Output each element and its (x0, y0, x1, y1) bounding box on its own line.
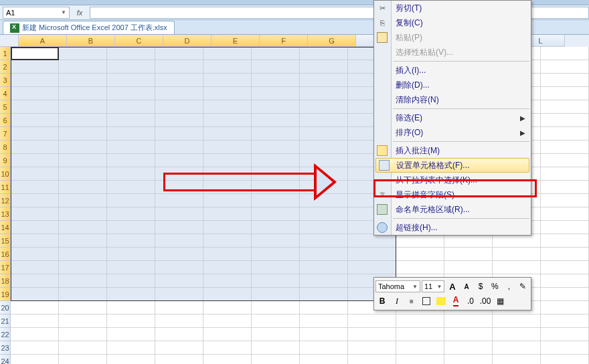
cell[interactable] (444, 341, 493, 355)
cell[interactable] (203, 114, 252, 127)
column-header[interactable]: B (67, 35, 115, 47)
cell[interactable] (300, 47, 348, 60)
column-header[interactable]: E (212, 35, 260, 47)
accounting-format-button[interactable]: $ (475, 280, 487, 293)
cell[interactable] (541, 274, 589, 288)
cell[interactable] (155, 60, 203, 74)
cell[interactable] (252, 114, 300, 127)
cell[interactable] (300, 314, 348, 328)
cell[interactable] (300, 100, 348, 114)
cell[interactable] (59, 114, 107, 127)
cell[interactable] (155, 87, 203, 100)
cell[interactable] (252, 355, 300, 364)
row-header[interactable]: 3 (0, 74, 11, 87)
cell[interactable] (493, 355, 541, 364)
row-header[interactable]: 18 (0, 274, 11, 288)
menu-show-pinyin[interactable]: 显示拼音字段(S) (374, 187, 531, 202)
cell[interactable] (203, 167, 252, 181)
cell[interactable] (155, 167, 203, 181)
cell[interactable] (348, 328, 396, 341)
menu-delete[interactable]: 删除(D)... (374, 78, 531, 92)
cell[interactable] (541, 87, 589, 100)
cell[interactable] (11, 194, 59, 207)
cell[interactable] (203, 100, 252, 114)
shrink-font-button[interactable]: A (460, 280, 473, 293)
cell[interactable] (59, 74, 107, 87)
cell[interactable] (11, 167, 59, 181)
cell[interactable] (11, 100, 59, 114)
cell[interactable] (59, 301, 107, 314)
cell[interactable] (203, 74, 252, 87)
menu-filter[interactable]: 筛选(E)▶ (374, 110, 531, 125)
cell[interactable] (348, 261, 396, 274)
menu-sort[interactable]: 排序(O)▶ (374, 125, 531, 140)
font-color-button[interactable]: A (449, 294, 462, 308)
cell[interactable] (107, 355, 155, 364)
cell[interactable] (252, 154, 300, 167)
cell[interactable] (493, 341, 541, 355)
cell[interactable] (11, 328, 59, 341)
cell[interactable] (59, 274, 107, 288)
cell[interactable] (155, 114, 203, 127)
cell[interactable] (541, 301, 589, 314)
cell[interactable] (155, 288, 203, 301)
cell[interactable] (11, 181, 59, 194)
cell[interactable] (107, 141, 155, 154)
cell[interactable] (541, 167, 589, 181)
cell[interactable] (59, 207, 107, 221)
cell[interactable] (155, 301, 203, 314)
cell[interactable] (107, 154, 155, 167)
cell[interactable] (155, 248, 203, 261)
cell[interactable] (107, 181, 155, 194)
cell[interactable] (155, 274, 203, 288)
cell[interactable] (107, 60, 155, 74)
row-header[interactable]: 8 (0, 141, 11, 154)
cell[interactable] (155, 194, 203, 207)
cell[interactable] (493, 234, 541, 248)
cell[interactable] (107, 234, 155, 248)
cell[interactable] (300, 288, 348, 301)
cell[interactable] (203, 234, 252, 248)
cell[interactable] (348, 234, 396, 248)
cell[interactable] (396, 261, 444, 274)
menu-hyperlink[interactable]: 超链接(H)... (374, 220, 531, 235)
workbook-tab[interactable]: 新建 Microsoft Office Excel 2007 工作表.xlsx (3, 21, 175, 34)
cell[interactable] (396, 341, 444, 355)
border-button[interactable] (420, 294, 433, 308)
cell[interactable] (541, 355, 589, 364)
cell[interactable] (107, 194, 155, 207)
menu-insert-comment[interactable]: 插入批注(M) (374, 143, 531, 158)
cell[interactable] (59, 314, 107, 328)
row-header[interactable]: 22 (0, 328, 11, 341)
cell[interactable] (252, 87, 300, 100)
cell[interactable] (300, 154, 348, 167)
cell[interactable] (155, 314, 203, 328)
cell[interactable] (300, 181, 348, 194)
cell[interactable] (107, 167, 155, 181)
cell[interactable] (59, 234, 107, 248)
cell[interactable] (11, 261, 59, 274)
cell[interactable] (252, 221, 300, 234)
menu-format-cells[interactable]: 设置单元格格式(F)... (375, 158, 529, 173)
cell[interactable] (541, 207, 589, 221)
cell[interactable] (300, 127, 348, 141)
cell[interactable] (252, 207, 300, 221)
cell[interactable] (203, 341, 252, 355)
menu-pick-from-list[interactable]: 从下拉列表中选择(K)... (374, 173, 531, 187)
cell[interactable] (59, 87, 107, 100)
column-header[interactable]: C (115, 35, 163, 47)
decrease-decimal-button[interactable]: .0 (464, 294, 477, 308)
cell[interactable] (155, 221, 203, 234)
cell[interactable] (11, 248, 59, 261)
cell[interactable] (155, 328, 203, 341)
cell[interactable] (541, 181, 589, 194)
cell[interactable] (252, 274, 300, 288)
increase-decimal-button[interactable]: .00 (479, 294, 492, 308)
cell[interactable] (203, 154, 252, 167)
cell[interactable] (155, 127, 203, 141)
cell[interactable] (541, 288, 589, 301)
cell[interactable] (11, 288, 59, 301)
cell[interactable] (59, 341, 107, 355)
cell[interactable] (59, 328, 107, 341)
cell[interactable] (541, 194, 589, 207)
